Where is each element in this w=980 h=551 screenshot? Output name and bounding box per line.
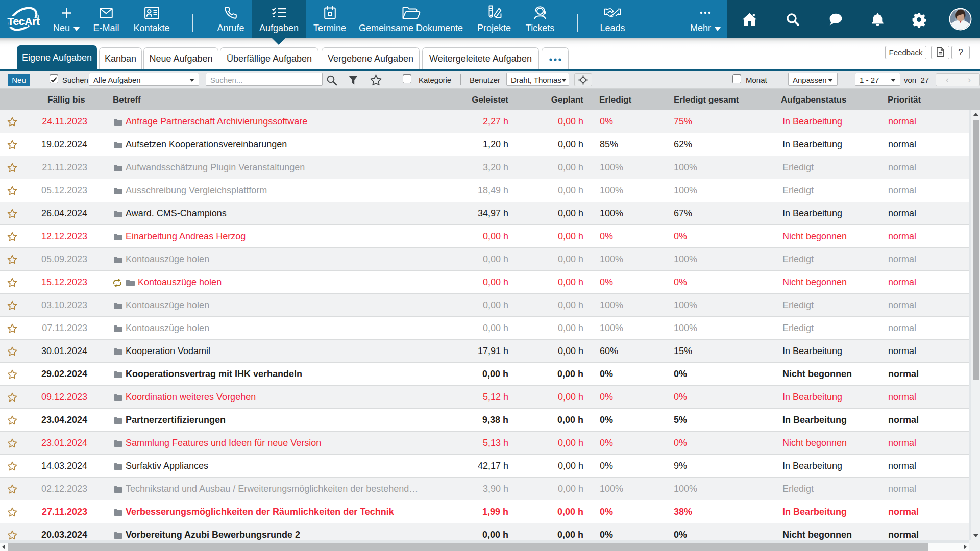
svg-text:TecArt: TecArt: [8, 15, 40, 27]
svg-text:R: R: [36, 16, 38, 18]
